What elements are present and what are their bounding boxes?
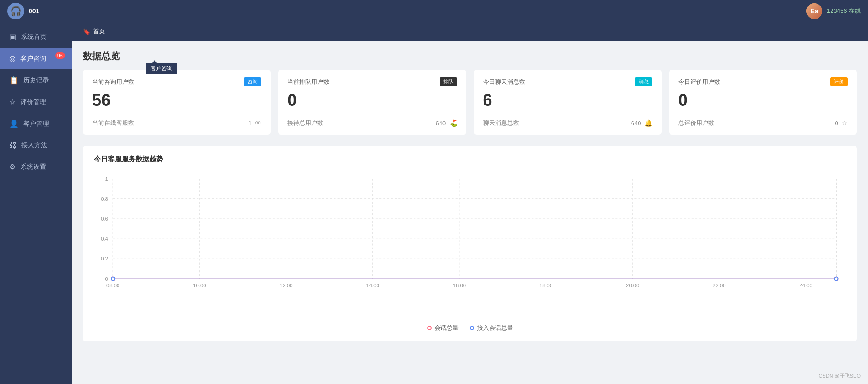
chart-legend: 会话总量 接入会话总量 (94, 324, 846, 332)
stat-consult-label: 当前咨询用户数 (92, 78, 134, 86)
settings-icon: ⚙ (9, 162, 16, 171)
chart-section: 今日客服服务数据趋势 (83, 146, 857, 341)
stat-queue-footer-label: 接待总用户数 (287, 119, 323, 127)
stat-card-queue: 当前排队用户数 排队 0 接待总用户数 640 ⛳ (278, 70, 466, 135)
stat-card-consult: 当前咨询用户数 咨询 56 当前在线客服数 1 👁 (83, 70, 271, 135)
svg-text:0.4: 0.4 (101, 236, 108, 242)
stat-message-footer: 聊天消息总数 640 🔔 (483, 115, 652, 127)
svg-text:12:00: 12:00 (279, 283, 292, 288)
main-layout: ▣ 系统首页 ◎ 客户咨询 96 📋 历史记录 ☆ 评价管理 👤 客户管理 ⛓ … (0, 22, 868, 384)
content-area: 客户咨询 🔖 首页 数据总览 当前咨询用户数 咨询 56 当前在线客服数 (72, 22, 868, 384)
legend-dot-sessions (427, 326, 432, 330)
sidebar-item-review[interactable]: ☆ 评价管理 (0, 91, 72, 113)
svg-text:10:00: 10:00 (193, 283, 206, 288)
svg-text:24:00: 24:00 (799, 283, 812, 288)
sidebar-item-customer[interactable]: 👤 客户管理 (0, 113, 72, 135)
svg-text:20:00: 20:00 (626, 283, 639, 288)
legend-access-label: 接入会话总量 (477, 324, 513, 332)
page-title: 数据总览 (83, 50, 857, 62)
access-icon: ⛓ (9, 141, 17, 149)
stat-card-consult-header: 当前咨询用户数 咨询 (92, 77, 261, 86)
stat-queue-value: 0 (287, 91, 457, 110)
stat-message-badge: 消息 (635, 77, 652, 86)
legend-sessions-label: 会话总量 (434, 324, 459, 332)
stat-queue-label: 当前排队用户数 (287, 78, 329, 86)
avatar-image: Ea (806, 3, 822, 19)
chart-svg: 1 0.8 0.6 0.4 0.2 0 08:00 10:00 12:00 14… (94, 171, 846, 301)
tooltip-bubble: 客户咨询 (146, 63, 177, 74)
watermark: CSDN @于飞SEO (818, 372, 861, 379)
sidebar-item-home[interactable]: ▣ 系统首页 (0, 26, 72, 48)
svg-text:18:00: 18:00 (539, 283, 552, 288)
stat-rating-footer: 总评价用户数 0 ☆ (678, 115, 848, 127)
svg-text:1: 1 (105, 176, 108, 182)
svg-text:08:00: 08:00 (106, 283, 119, 288)
review-icon: ☆ (9, 98, 16, 106)
stat-rating-label: 今日评价用户数 (678, 78, 720, 86)
svg-text:16:00: 16:00 (453, 283, 466, 288)
stat-message-footer-value: 640 (631, 120, 641, 127)
sidebar-item-access-label: 接入方法 (21, 141, 47, 149)
svg-text:22:00: 22:00 (713, 283, 725, 288)
stat-message-footer-label: 聊天消息总数 (483, 119, 519, 127)
svg-point-34 (834, 277, 838, 280)
stat-consult-footer: 当前在线客服数 1 👁 (92, 115, 261, 127)
consult-icon: ◎ (9, 54, 16, 63)
stat-card-rating-header: 今日评价用户数 评价 (678, 77, 848, 86)
chart-container: 1 0.8 0.6 0.4 0.2 0 08:00 10:00 12:00 14… (94, 171, 846, 319)
stat-rating-footer-right: 0 ☆ (835, 119, 848, 127)
home-icon: ▣ (9, 32, 16, 41)
customer-icon: 👤 (9, 119, 19, 128)
svg-text:0: 0 (105, 276, 108, 282)
sidebar-item-access[interactable]: ⛓ 接入方法 (0, 135, 72, 156)
topbar: 🎧 001 Ea 123456 在线 (0, 0, 868, 22)
stat-queue-badge: 排队 (440, 77, 457, 86)
sidebar-item-settings-label: 系统设置 (20, 163, 46, 171)
sidebar-item-history[interactable]: 📋 历史记录 (0, 69, 72, 91)
sidebar: ▣ 系统首页 ◎ 客户咨询 96 📋 历史记录 ☆ 评价管理 👤 客户管理 ⛓ … (0, 22, 72, 384)
consult-badge: 96 (55, 52, 65, 59)
svg-text:0.6: 0.6 (101, 216, 108, 222)
page-inner: 数据总览 当前咨询用户数 咨询 56 当前在线客服数 1 👁 (72, 41, 868, 384)
sidebar-item-consult[interactable]: ◎ 客户咨询 96 (0, 48, 72, 69)
sidebar-item-customer-label: 客户管理 (23, 120, 49, 128)
stat-consult-badge: 咨询 (244, 77, 261, 86)
page-header: 🔖 首页 (72, 22, 868, 41)
sidebar-item-home-label: 系统首页 (21, 33, 47, 41)
stat-consult-footer-label: 当前在线客服数 (92, 119, 134, 127)
stat-queue-footer: 接待总用户数 640 ⛳ (287, 115, 457, 127)
sidebar-item-settings[interactable]: ⚙ 系统设置 (0, 156, 72, 178)
svg-text:0.8: 0.8 (101, 196, 108, 202)
stat-card-queue-header: 当前排队用户数 排队 (287, 77, 457, 86)
stat-rating-footer-label: 总评价用户数 (678, 119, 714, 127)
sidebar-item-review-label: 评价管理 (20, 98, 46, 106)
svg-point-33 (111, 277, 115, 280)
avatar[interactable]: Ea (806, 3, 822, 19)
stat-consult-footer-right: 1 👁 (248, 119, 261, 127)
legend-dot-access (470, 326, 474, 330)
legend-access: 接入会话总量 (470, 324, 513, 332)
chart-title: 今日客服服务数据趋势 (94, 155, 846, 164)
star-icon: ☆ (842, 119, 848, 127)
user-status: 123456 在线 (827, 7, 861, 15)
svg-text:14:00: 14:00 (366, 283, 379, 288)
stat-message-label: 今日聊天消息数 (483, 78, 525, 86)
topbar-title: 001 (29, 7, 39, 15)
stat-card-rating: 今日评价用户数 评价 0 总评价用户数 0 ☆ (669, 70, 857, 135)
stat-consult-footer-value: 1 (248, 120, 252, 127)
topbar-right: Ea 123456 在线 (806, 3, 861, 19)
bell-icon: 🔔 (645, 119, 652, 127)
stat-rating-footer-value: 0 (835, 120, 838, 127)
stat-queue-footer-value: 640 (436, 120, 446, 127)
stat-consult-value: 56 (92, 91, 261, 110)
stat-card-message: 今日聊天消息数 消息 6 聊天消息总数 640 🔔 (474, 70, 662, 135)
logo-icon: 🎧 (7, 3, 24, 19)
sidebar-item-history-label: 历史记录 (23, 76, 49, 85)
stats-row: 当前咨询用户数 咨询 56 当前在线客服数 1 👁 (83, 70, 857, 135)
stat-queue-footer-right: 640 ⛳ (436, 119, 457, 127)
sidebar-item-consult-label: 客户咨询 (20, 55, 46, 63)
stat-message-value: 6 (483, 91, 652, 110)
stat-rating-badge: 评价 (830, 77, 848, 86)
legend-sessions: 会话总量 (427, 324, 459, 332)
flag-icon: ⛳ (449, 119, 457, 127)
